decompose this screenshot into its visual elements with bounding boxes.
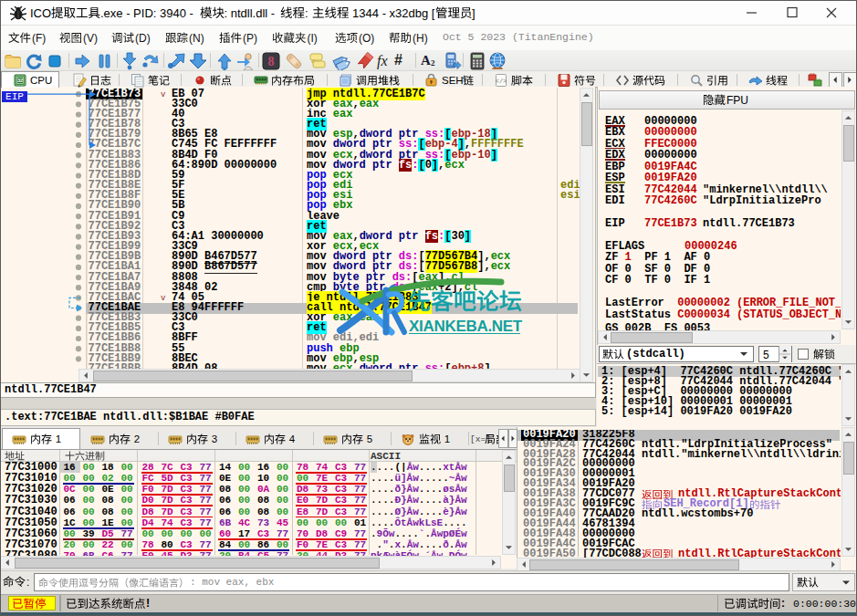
svg-text:</>: </> xyxy=(496,77,507,84)
svg-text:8: 8 xyxy=(268,55,275,68)
svg-text:32: 32 xyxy=(17,77,23,82)
